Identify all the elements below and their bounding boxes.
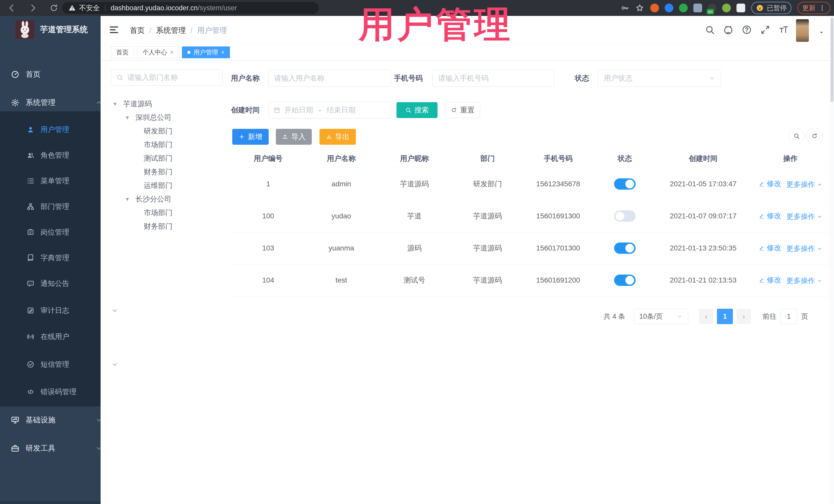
help-icon[interactable] <box>742 25 752 35</box>
status-toggle[interactable] <box>614 211 636 222</box>
sidebar-item-menu-management[interactable]: 菜单管理 <box>0 171 127 191</box>
forward-icon[interactable] <box>28 3 38 13</box>
sidebar-item-dev-tools[interactable]: 研发工具 <box>0 439 111 458</box>
edit-link[interactable]: 修改 <box>759 179 781 189</box>
sidebar-item-error-code-management[interactable]: 错误码管理 <box>0 382 127 401</box>
extension-list-icon[interactable]: on <box>708 4 717 12</box>
scrollbar-track[interactable] <box>830 16 834 504</box>
import-button[interactable]: 导入 <box>276 129 312 145</box>
app-logo-row[interactable]: 芋道管理系统 <box>15 20 88 39</box>
status-select[interactable]: 用户状态 <box>598 70 721 87</box>
tree-node[interactable]: 财务部门 <box>111 219 224 233</box>
search-icon[interactable] <box>705 25 715 35</box>
extension-gem-icon[interactable] <box>665 4 673 12</box>
sidebar-item-sms-management[interactable]: 短信管理 <box>0 355 127 374</box>
sidebar-item-dict-management[interactable]: 字典管理 <box>0 248 127 268</box>
users-icon <box>27 151 35 159</box>
extension-grid-icon[interactable] <box>694 4 702 12</box>
dictionary-icon <box>27 254 35 262</box>
more-actions-link[interactable]: 更多操作 <box>786 244 822 254</box>
close-tab-icon[interactable]: × <box>221 49 224 56</box>
address-bar[interactable]: 不安全 dashboard.yudao.iocoder.cn /system/u… <box>62 2 319 14</box>
scrollbar-thumb[interactable] <box>831 18 833 102</box>
tree-node[interactable]: 财务部门 <box>111 165 224 179</box>
sidebar-item-user-management[interactable]: 用户管理 <box>0 120 127 139</box>
column-header: 操作 <box>749 149 831 168</box>
close-tab-icon[interactable]: × <box>170 49 174 56</box>
user-avatar[interactable] <box>796 19 809 42</box>
tree-node[interactable]: ▾长沙分公司 <box>111 192 224 206</box>
tree-node[interactable]: ▾芋道源码 <box>111 97 224 111</box>
tab-profile[interactable]: 个人中心× <box>137 46 179 58</box>
edit-link[interactable]: 修改 <box>759 211 781 221</box>
chevron-down-icon <box>709 75 715 81</box>
tab-user-management[interactable]: 用户管理× <box>182 46 230 58</box>
browser-update-button[interactable]: 更新 <box>797 2 830 14</box>
reset-button[interactable]: 重置 <box>445 102 480 118</box>
tree-node[interactable]: 测试部门 <box>111 151 224 165</box>
next-page-button[interactable]: › <box>737 309 751 324</box>
tree-expand-caret-icon[interactable]: ▾ <box>126 196 135 203</box>
cell-mobile: 15601701300 <box>524 232 593 264</box>
status-toggle[interactable] <box>614 242 636 254</box>
refresh-table-button[interactable] <box>806 128 823 144</box>
current-page-button[interactable]: 1 <box>717 309 733 324</box>
extension-ubuntu-icon[interactable] <box>650 4 659 12</box>
created-time-label: 创建时间 <box>231 102 260 118</box>
collapse-sidebar-icon[interactable] <box>109 25 119 35</box>
tree-node[interactable]: 市场部门 <box>111 206 224 219</box>
tree-expand-caret-icon[interactable]: ▾ <box>126 114 135 121</box>
breadcrumb-home[interactable]: 首页 <box>130 25 145 36</box>
bookmark-star-icon[interactable] <box>635 4 644 12</box>
key-icon[interactable] <box>620 4 629 12</box>
sidebar-item-home[interactable]: 首页 <box>0 65 111 84</box>
add-button[interactable]: 新增 <box>232 129 269 145</box>
chevron-down-icon <box>111 307 118 314</box>
sidebar-item-post-management[interactable]: 岗位管理 <box>0 222 127 242</box>
breadcrumb-system[interactable]: 系统管理 <box>156 25 186 36</box>
more-actions-link[interactable]: 更多操作 <box>786 180 822 190</box>
date-range-picker[interactable]: 开始日期 - 结束日期 <box>268 102 391 118</box>
tree-node[interactable]: 研发部门 <box>111 124 224 138</box>
goto-page-input[interactable] <box>781 309 797 324</box>
fullscreen-icon[interactable] <box>760 25 770 35</box>
back-icon[interactable] <box>7 3 17 13</box>
export-button[interactable]: 导出 <box>320 129 356 145</box>
avatar-caret-down-icon[interactable] <box>819 30 824 35</box>
more-actions-link[interactable]: 更多操作 <box>786 212 822 221</box>
status-toggle[interactable] <box>614 275 636 286</box>
extension-key-green-icon[interactable] <box>722 4 731 12</box>
sidebar-item-role-management[interactable]: 角色管理 <box>0 146 127 165</box>
mobile-input[interactable] <box>433 74 554 82</box>
tree-node[interactable]: 运维部门 <box>111 179 224 192</box>
reload-icon[interactable] <box>49 3 59 13</box>
tree-node[interactable]: 市场部门 <box>111 138 224 151</box>
sidebar-item-audit-log[interactable]: 审计日志 <box>0 301 127 320</box>
status-toggle[interactable] <box>614 178 636 190</box>
profile-paused-chip[interactable]: 已暂停 <box>751 2 791 14</box>
page-size-select[interactable]: 10条/页 <box>634 309 688 324</box>
search-button[interactable]: 搜索 <box>396 102 438 118</box>
sidebar-item-infrastructure[interactable]: 基础设施 <box>0 410 111 430</box>
tree-node[interactable]: ▾深圳总公司 <box>111 111 224 124</box>
font-size-icon[interactable] <box>778 25 789 35</box>
extension-puzzle-icon[interactable] <box>737 4 745 12</box>
edit-link[interactable]: 修改 <box>759 275 781 285</box>
security-label[interactable]: 不安全 <box>79 3 100 13</box>
edit-link[interactable]: 修改 <box>759 243 781 253</box>
hide-search-button[interactable] <box>788 128 805 144</box>
more-actions-link[interactable]: 更多操作 <box>786 276 822 286</box>
sidebar-item-department-management[interactable]: 部门管理 <box>0 197 127 216</box>
edit-pencil-icon <box>759 245 765 251</box>
tree-expand-caret-icon[interactable]: ▾ <box>113 100 123 108</box>
sidebar-item-system-management[interactable]: 系统管理 <box>0 93 111 112</box>
dept-search-input[interactable] <box>127 73 215 82</box>
extension-green-circle-icon[interactable] <box>679 4 688 12</box>
github-icon[interactable] <box>723 25 733 35</box>
browser-menu-dots-icon[interactable] <box>819 4 826 12</box>
tab-home[interactable]: 首页 <box>111 46 134 58</box>
prev-page-button[interactable]: ‹ <box>699 309 714 324</box>
sidebar-item-online-users[interactable]: 在线用户 <box>0 327 127 346</box>
username-input[interactable] <box>268 74 391 82</box>
sidebar-item-notice-announcement[interactable]: 通知公告 <box>0 274 127 293</box>
